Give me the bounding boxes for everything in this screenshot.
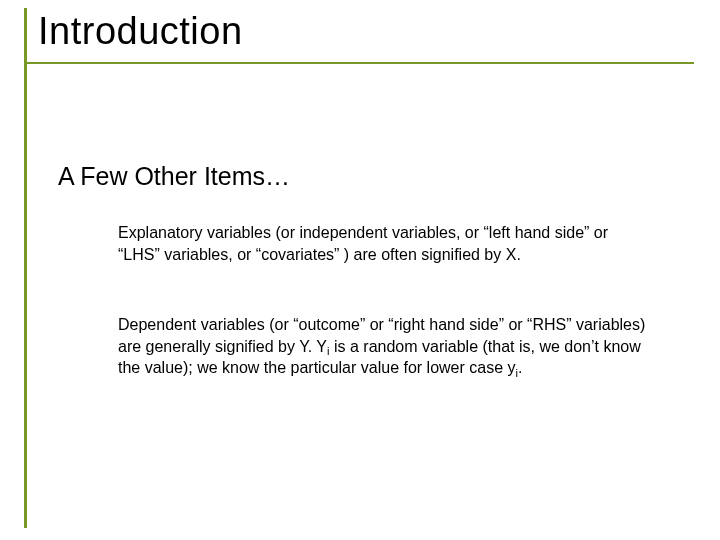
paragraph-explanatory-variables: Explanatory variables (or independent va… xyxy=(118,222,638,265)
accent-vertical-rule xyxy=(24,8,27,528)
slide: Introduction A Few Other Items… Explanat… xyxy=(0,0,720,540)
slide-subtitle: A Few Other Items… xyxy=(58,162,290,191)
slide-title: Introduction xyxy=(38,10,243,53)
paragraph-dependent-variables: Dependent variables (or “outcome” or “ri… xyxy=(118,314,654,379)
subscript-i-2: i xyxy=(516,367,519,379)
paragraph2-text-3: . xyxy=(518,359,522,376)
subscript-i-1: i xyxy=(327,345,330,357)
title-underline-rule xyxy=(24,62,694,64)
